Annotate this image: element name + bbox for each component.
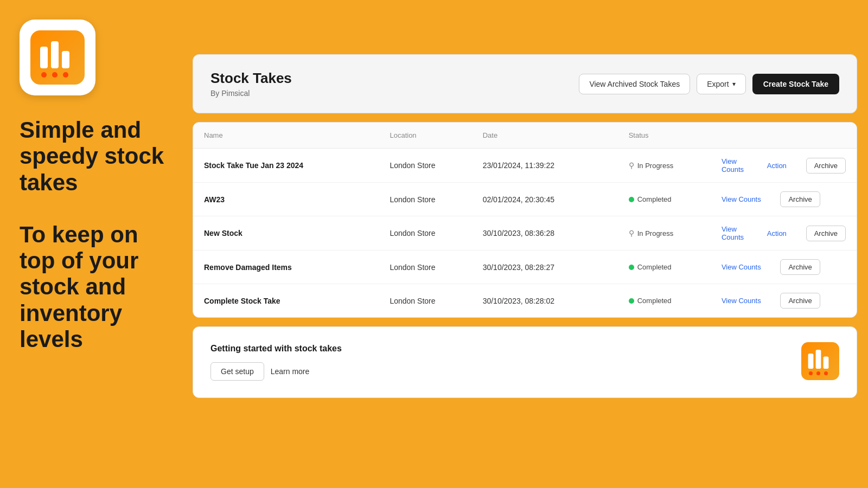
chevron-down-icon: ▾ [732, 80, 736, 88]
table-row: Remove Damaged Items London Store 30/10/… [193, 251, 857, 284]
table-row: AW23 London Store 02/01/2024, 20:30:45 C… [193, 183, 857, 216]
table-header-row: Name Location Date Status [193, 123, 857, 149]
svg-rect-3 [62, 51, 69, 68]
status-badge: Completed [629, 297, 672, 305]
col-header-date: Date [472, 123, 618, 149]
tagline-1: Simple and speedy stock takes [20, 117, 165, 196]
action-link[interactable]: Action [767, 229, 787, 237]
row-name: Complete Stock Take [204, 297, 280, 305]
table-row: New Stock London Store 30/10/2023, 08:36… [193, 216, 857, 251]
archive-button[interactable]: Archive [780, 259, 820, 275]
row-date: 23/01/2024, 11:39:22 [472, 149, 618, 183]
completed-dot-icon [629, 298, 634, 304]
status-badge: ⚲ In Progress [629, 229, 673, 237]
getting-started-content: Getting started with stock takes Get set… [210, 344, 342, 381]
completed-dot-icon [629, 197, 634, 202]
page-subtitle: By Pimsical [210, 89, 292, 98]
row-actions: View Counts Archive [722, 293, 846, 309]
tagline-2: To keep on top of your stock and invento… [20, 222, 165, 352]
row-location: London Store [379, 149, 471, 183]
archive-button[interactable]: Archive [780, 293, 820, 309]
in-progress-icon: ⚲ [629, 161, 634, 170]
status-badge: Completed [629, 263, 672, 271]
export-label: Export [707, 80, 729, 88]
getting-started-logo [801, 342, 839, 382]
svg-point-11 [809, 371, 813, 375]
in-progress-icon: ⚲ [629, 229, 634, 237]
left-panel: Simple and speedy stock takes To keep on… [0, 0, 184, 488]
view-archived-button[interactable]: View Archived Stock Takes [579, 74, 690, 94]
svg-point-6 [63, 72, 68, 78]
col-header-status: Status [618, 123, 711, 149]
row-actions: View Counts Action Archive [722, 225, 846, 241]
main-panel: Stock Takes By Pimsical View Archived St… [193, 54, 857, 477]
get-setup-button[interactable]: Get setup [210, 362, 264, 381]
row-location: London Store [379, 251, 471, 284]
view-counts-link[interactable]: View Counts [722, 263, 761, 271]
row-date: 30/10/2023, 08:28:02 [472, 284, 618, 318]
view-counts-link[interactable]: View Counts [722, 195, 761, 203]
svg-point-5 [52, 72, 58, 78]
stock-takes-table-card: Name Location Date Status Stock Take Tue… [193, 122, 857, 318]
row-location: London Store [379, 284, 471, 318]
create-stock-take-button[interactable]: Create Stock Take [752, 74, 839, 94]
row-location: London Store [379, 216, 471, 251]
row-date: 30/10/2023, 08:28:27 [472, 251, 618, 284]
svg-rect-1 [40, 47, 48, 68]
view-counts-link[interactable]: View Counts [722, 225, 748, 241]
status-badge: ⚲ In Progress [629, 161, 673, 170]
stock-takes-table: Name Location Date Status Stock Take Tue… [193, 123, 857, 317]
logo-container [20, 20, 95, 95]
header-actions: View Archived Stock Takes Export ▾ Creat… [579, 74, 839, 94]
row-name: AW23 [204, 195, 225, 204]
getting-started-actions: Get setup Learn more [210, 362, 342, 381]
svg-point-13 [824, 371, 828, 375]
row-name: Stock Take Tue Jan 23 2024 [204, 161, 303, 170]
svg-rect-8 [808, 354, 814, 369]
col-header-actions [711, 123, 857, 149]
getting-started-title: Getting started with stock takes [210, 344, 342, 354]
row-name: New Stock [204, 229, 242, 237]
svg-rect-9 [816, 350, 821, 369]
archive-button[interactable]: Archive [806, 158, 846, 174]
col-header-location: Location [379, 123, 471, 149]
status-badge: Completed [629, 195, 672, 203]
learn-more-button[interactable]: Learn more [271, 367, 310, 376]
page-title: Stock Takes [210, 70, 292, 87]
archive-button[interactable]: Archive [780, 191, 820, 207]
action-link[interactable]: Action [767, 162, 787, 170]
app-logo [30, 30, 85, 85]
row-location: London Store [379, 183, 471, 216]
row-date: 30/10/2023, 08:36:28 [472, 216, 618, 251]
row-actions: View Counts Archive [722, 259, 846, 275]
view-counts-link[interactable]: View Counts [722, 297, 761, 305]
row-date: 02/01/2024, 20:30:45 [472, 183, 618, 216]
getting-started-card: Getting started with stock takes Get set… [193, 326, 857, 398]
completed-dot-icon [629, 265, 634, 270]
view-counts-link[interactable]: View Counts [722, 157, 748, 174]
svg-rect-2 [51, 41, 59, 68]
table-row: Complete Stock Take London Store 30/10/2… [193, 284, 857, 318]
svg-rect-10 [824, 357, 829, 369]
table-row: Stock Take Tue Jan 23 2024 London Store … [193, 149, 857, 183]
header-card: Stock Takes By Pimsical View Archived St… [193, 54, 857, 113]
archive-button[interactable]: Archive [806, 226, 846, 241]
export-button[interactable]: Export ▾ [697, 74, 745, 94]
header-left: Stock Takes By Pimsical [210, 70, 292, 98]
row-actions: View Counts Action Archive [722, 157, 846, 174]
mini-app-logo [801, 342, 839, 380]
row-actions: View Counts Archive [722, 191, 846, 207]
row-name: Remove Damaged Items [204, 263, 292, 272]
svg-point-4 [41, 72, 47, 78]
col-header-name: Name [193, 123, 379, 149]
svg-point-12 [816, 371, 820, 375]
